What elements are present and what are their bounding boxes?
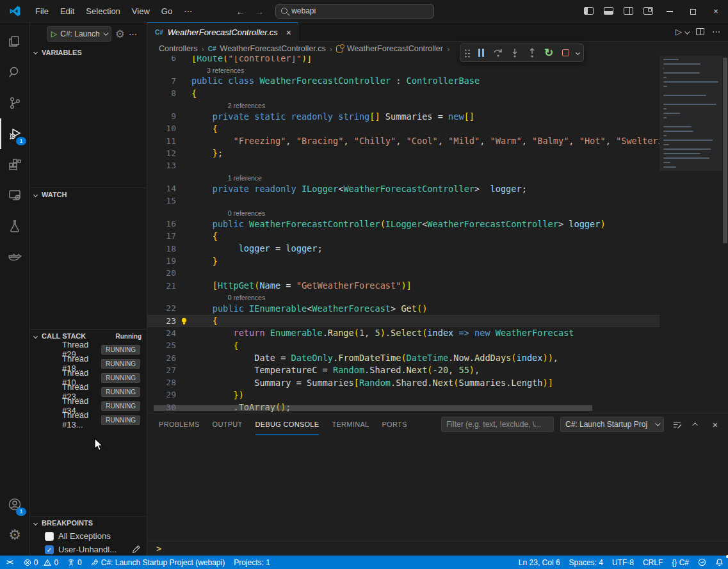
run-code-button[interactable]: ▷ bbox=[675, 27, 688, 36]
code-line-15[interactable]: 15 bbox=[147, 195, 659, 207]
panel-tab-debug-console[interactable]: DEBUG CONSOLE bbox=[255, 413, 320, 435]
section-breakpoints[interactable]: BREAKPOINTS bbox=[30, 516, 147, 529]
notifications-bell-icon[interactable] bbox=[711, 556, 728, 569]
code-line-8[interactable]: 8{ bbox=[147, 87, 659, 99]
code-line-18[interactable]: 18 _logger = logger; bbox=[147, 243, 659, 255]
code-line-24[interactable]: 24 return Enumerable.Range(1, 5).Select(… bbox=[147, 327, 659, 339]
activity-run-debug[interactable]: 1 bbox=[0, 118, 30, 149]
pause-button[interactable] bbox=[474, 45, 489, 61]
breadcrumb-file[interactable]: WeatherForecastController.cs bbox=[220, 44, 326, 53]
debug-console-input-row[interactable]: > bbox=[147, 541, 728, 556]
menu-selection[interactable]: Selection bbox=[81, 4, 125, 19]
menu-edit[interactable]: Edit bbox=[55, 4, 79, 19]
activity-extensions[interactable] bbox=[0, 149, 30, 180]
breakpoint-row[interactable]: ✓User-Unhandl... bbox=[30, 543, 147, 556]
code-line-9[interactable]: 9 private static readonly string[] Summa… bbox=[147, 110, 659, 122]
tab-close-icon[interactable]: × bbox=[286, 28, 291, 38]
code-line-19[interactable]: 19 } bbox=[147, 255, 659, 267]
close-button[interactable]: × bbox=[706, 5, 725, 17]
clear-console-icon[interactable] bbox=[670, 418, 683, 431]
toggle-sidebar-icon[interactable] bbox=[584, 7, 594, 15]
drag-grip-icon[interactable] bbox=[464, 49, 471, 58]
launch-project-status[interactable]: C#: Launch Startup Project (webapi) bbox=[86, 556, 229, 569]
menu-view[interactable]: View bbox=[127, 4, 155, 19]
command-center-search[interactable]: webapi bbox=[275, 4, 434, 19]
problems-status[interactable]: 0 0 bbox=[19, 556, 63, 569]
activity-explorer[interactable] bbox=[0, 26, 30, 57]
breadcrumb-symbol[interactable]: WeatherForecastController bbox=[347, 44, 443, 53]
horizontal-scrollbar[interactable] bbox=[154, 405, 592, 411]
activity-remote-explorer[interactable] bbox=[0, 180, 30, 211]
activity-testing[interactable] bbox=[0, 211, 30, 241]
codelens-references[interactable]: 3 references bbox=[147, 64, 659, 75]
code-line-13[interactable]: 13 bbox=[147, 159, 659, 172]
thread-row[interactable]: Thread #13...RUNNING bbox=[30, 413, 147, 427]
code-line-23[interactable]: 23 { bbox=[147, 315, 659, 327]
nav-forward-icon[interactable]: → bbox=[254, 6, 264, 17]
step-into-button[interactable] bbox=[508, 45, 522, 61]
lightbulb-glyph[interactable] bbox=[176, 317, 191, 325]
debug-session-dropdown[interactable]: C#: Launch Startup Proj bbox=[560, 417, 664, 432]
code-line-7[interactable]: 7public class WeatherForecastController … bbox=[147, 75, 659, 87]
eol-status[interactable]: CRLF bbox=[638, 556, 667, 569]
code-line-21[interactable]: 21 [HttpGet(Name = "GetWeatherForecast")… bbox=[147, 279, 659, 291]
code-line-26[interactable]: 26 Date = DateOnly.FromDateTime(DateTime… bbox=[147, 351, 659, 364]
codelens-references[interactable]: 1 reference bbox=[147, 172, 659, 182]
toggle-secondary-sidebar-icon[interactable] bbox=[624, 7, 633, 15]
code-line-29[interactable]: 29 }) bbox=[147, 389, 659, 401]
code-line-14[interactable]: 14 private readonly ILogger<WeatherForec… bbox=[147, 182, 659, 195]
codelens-references[interactable]: 0 references bbox=[147, 207, 659, 218]
nav-back-icon[interactable]: ← bbox=[236, 6, 245, 17]
menu-go[interactable]: Go bbox=[156, 4, 177, 19]
indentation-status[interactable]: Spaces: 4 bbox=[565, 556, 608, 569]
breakpoint-checkbox[interactable]: ✓ bbox=[45, 545, 54, 554]
section-variables[interactable]: VARIABLES bbox=[30, 45, 147, 59]
close-panel-icon[interactable]: × bbox=[709, 418, 722, 431]
code-line-16[interactable]: 16 public WeatherForecastController(ILog… bbox=[147, 218, 659, 230]
launch-config-dropdown[interactable]: ▷ C#: Launch bbox=[47, 26, 111, 42]
panel-tab-ports[interactable]: PORTS bbox=[382, 413, 407, 435]
edit-breakpoint-pencil-icon[interactable] bbox=[132, 545, 140, 554]
language-mode[interactable]: {} C# bbox=[667, 556, 693, 569]
minimap[interactable] bbox=[659, 56, 722, 413]
stop-button[interactable] bbox=[558, 45, 573, 61]
cursor-position[interactable]: Ln 23, Col 6 bbox=[514, 556, 565, 569]
activity-source-control[interactable] bbox=[0, 88, 30, 118]
activity-settings[interactable]: ⚙ bbox=[0, 520, 30, 550]
debug-console-output[interactable] bbox=[147, 435, 728, 541]
maximize-panel-icon[interactable] bbox=[690, 418, 702, 431]
breakpoint-checkbox[interactable] bbox=[45, 532, 54, 541]
code-line-20[interactable]: 20 bbox=[147, 267, 659, 279]
breadcrumb-folder[interactable]: Controllers bbox=[159, 44, 197, 53]
menu-[interactable]: ⋯ bbox=[179, 4, 197, 19]
panel-tab-terminal[interactable]: TERMINAL bbox=[332, 413, 369, 435]
customize-layout-icon[interactable] bbox=[643, 7, 653, 15]
activity-search[interactable] bbox=[0, 57, 30, 88]
editor-more-actions-icon[interactable]: ⋯ bbox=[712, 27, 720, 36]
menu-file[interactable]: File bbox=[30, 4, 54, 19]
activity-docker[interactable] bbox=[0, 241, 30, 272]
configure-launch-gear-icon[interactable]: ⚙ bbox=[115, 29, 125, 40]
step-out-button[interactable] bbox=[524, 45, 539, 61]
ports-status[interactable]: 0 bbox=[63, 556, 86, 569]
debug-console-filter-input[interactable]: Filter (e.g. text, !exclude, \... bbox=[441, 417, 554, 432]
code-line-25[interactable]: 25 { bbox=[147, 339, 659, 351]
view-more-actions-icon[interactable]: ⋯ bbox=[129, 29, 137, 39]
chevron-down-icon[interactable] bbox=[576, 51, 580, 55]
code-line-28[interactable]: 28 Summary = Summaries[Random.Shared.Nex… bbox=[147, 376, 659, 389]
split-editor-icon[interactable] bbox=[696, 28, 704, 35]
code-line-17[interactable]: 17 { bbox=[147, 230, 659, 242]
encoding-status[interactable]: UTF-8 bbox=[608, 556, 638, 569]
activity-accounts[interactable]: 1 bbox=[0, 489, 30, 520]
code-line-10[interactable]: 10 { bbox=[147, 122, 659, 134]
code-line-27[interactable]: 27 TemperatureC = Random.Shared.Next(-20… bbox=[147, 364, 659, 376]
panel-tab-problems[interactable]: PROBLEMS bbox=[159, 413, 200, 435]
restart-button[interactable]: ↺ bbox=[541, 45, 556, 61]
step-over-button[interactable] bbox=[490, 45, 505, 61]
minimize-button[interactable] bbox=[660, 5, 679, 17]
projects-status[interactable]: Projects: 1 bbox=[229, 556, 275, 569]
tab-weatherforecastcontroller[interactable]: C# WeatherForecastController.cs × bbox=[147, 22, 298, 42]
toggle-panel-icon[interactable] bbox=[604, 7, 613, 15]
section-watch[interactable]: WATCH bbox=[30, 188, 147, 201]
panel-tab-output[interactable]: OUTPUT bbox=[213, 413, 243, 435]
